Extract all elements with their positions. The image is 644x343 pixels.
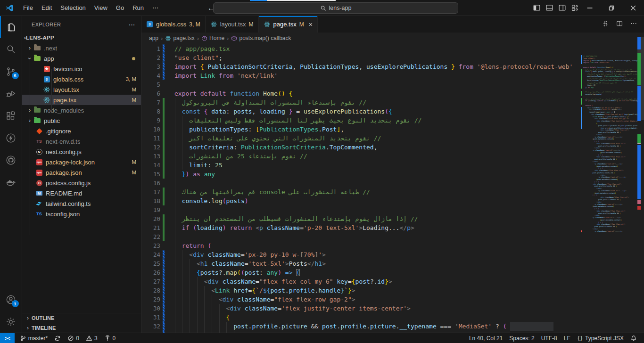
minimap[interactable]: // app/page.tsx"use client";import { Pub… [581,55,637,333]
menu-edit[interactable]: Edit [38,3,56,13]
tree-item-package-json[interactable]: npmpackage.jsonM [22,167,141,178]
menu-go[interactable]: Go [112,3,128,13]
code-line-28[interactable]: 28 <Link href={`/${post.profile.handle}`… [141,286,644,295]
activity-source-control-icon[interactable]: 5 [0,60,22,82]
code-line-21[interactable]: 21 if (loading) return <p className='p-2… [141,223,644,232]
code-line-4[interactable]: 4import Link from 'next/link' [141,71,644,80]
close-tab-icon[interactable]: × [309,21,313,28]
sidebar-section-outline[interactable]: ›OUTLINE [22,313,141,323]
code-line-1[interactable]: 1// app/page.tsx [141,44,644,53]
breadcrumb-item[interactable]: posts.map() callback [231,35,291,41]
minimize-button[interactable] [579,0,601,16]
tree-item-next-env-d-ts[interactable]: TSnext-env.d.ts [22,136,141,147]
code-line-8[interactable]: 8 const { data: posts, loading } = useEx… [141,107,644,116]
menu-selection[interactable]: Selection [57,3,89,13]
menu-file[interactable]: File [19,3,37,13]
code-line-3[interactable]: 3import { PublicationSortCriteria, Publi… [141,62,644,71]
code-line-27[interactable]: 27 <div className="flex flex-col my-6" k… [141,277,644,286]
tree-item--gitignore[interactable]: .gitignore [22,126,141,136]
code-line-29[interactable]: 29 <div className="flex flex-row gap-2"> [141,295,644,304]
editor-more-actions-icon[interactable] [630,20,637,29]
status-utf-8[interactable]: UTF-8 [538,333,561,343]
code-line-20[interactable]: 20 // إذا مازال يقوم بإستدعاء المنشورات … [141,214,644,223]
restore-button[interactable] [601,0,622,16]
activity-docker-icon[interactable] [0,171,22,193]
tree-item-README-md[interactable]: MREADME.md [22,188,141,198]
code-line-30[interactable]: 30 <div className='flex justify-center i… [141,304,644,313]
tree-item-app[interactable]: ›app [22,53,141,64]
code-line-7[interactable]: 7 // نقوم بإستدعاء المنشورات المتداولة ف… [141,98,644,107]
code-line-31[interactable]: 31 { [141,313,644,322]
close-button[interactable] [622,0,644,16]
menu-view[interactable]: View [91,3,111,13]
tree-item-page-tsx[interactable]: page.tsxM [22,95,141,105]
toggle-panel-icon[interactable] [545,4,553,12]
activity-extensions-icon[interactable] [0,105,22,127]
explorer-more-actions-icon[interactable]: ⋯ [129,21,135,28]
activity-run-debug-icon[interactable] [0,82,22,105]
status-sync[interactable] [51,333,64,343]
tab-page-tsx[interactable]: page.tsxM× [259,16,318,33]
tab-layout-tsx[interactable]: layout.tsxM [206,16,259,33]
code-line-16[interactable]: 16 [141,179,644,188]
code-line-12[interactable]: 12 sortCriteria: PublicationSortCriteria… [141,143,644,152]
breadcrumb-item[interactable]: page.tsx [165,35,194,41]
code-line-5[interactable]: 5 [141,80,644,89]
open-changes-icon[interactable] [602,20,609,29]
status-warning[interactable]: 3 [83,333,101,343]
code-line-10[interactable]: 10 publicationTypes: [PublicationTypes.P… [141,125,644,134]
code-line-11[interactable]: 11 // نقوم بتحديد المنشورات التي تحتوي ع… [141,134,644,143]
code-line-25[interactable]: 25 <h1 className='text-5xl'>Posts</h1> [141,259,644,268]
menu-[interactable]: ⋯ [149,3,162,13]
code-line-15[interactable]: 15 }) as any [141,170,644,179]
activity-github-icon[interactable] [0,149,22,171]
code-editor[interactable]: 1// app/page.tsx2"use client";3import { … [141,44,644,333]
tree-item-globals-css[interactable]: 3globals.css3, M [22,74,141,84]
code-line-13[interactable]: 13 // نقوم بإستدعاء 25 من المنشورات [141,152,644,161]
menu-run[interactable]: Run [129,3,148,13]
code-line-26[interactable]: 26 {posts?.map((post: any) => ( [141,268,644,277]
overview-ruler[interactable] [637,33,644,333]
status-spaces-2[interactable]: Spaces: 2 [506,333,537,343]
status-braces[interactable]: {}TypeScript JSX [574,333,627,343]
breadcrumb-item[interactable]: app [149,35,158,41]
status-lf[interactable]: LF [561,333,574,343]
status-tower[interactable]: 0 [101,333,119,343]
code-line-18[interactable]: 18 console.log(posts) [141,196,644,205]
activity-settings-icon[interactable] [0,310,22,333]
code-line-24[interactable]: 24 <div className='px-20 py-10 w-[70%]'> [141,250,644,259]
tree-item-node-modules[interactable]: ›node_modules [22,105,141,115]
activity-explorer-icon[interactable] [0,16,22,38]
status-bell[interactable] [627,333,640,343]
tree-item-tailwind-config-ts[interactable]: tailwind.config.ts [22,198,141,209]
code-line-14[interactable]: 14 limit: 25 [141,161,644,170]
code-line-33[interactable]: 33 <img src={post.profile.picture.origin… [141,331,644,333]
code-line-9[interactable]: 9 // نقوم بتحديد النوع بحيث يظهر لنا الم… [141,116,644,125]
sidebar-section-timeline[interactable]: ›TIMELINE [22,323,141,333]
split-editor-icon[interactable] [616,20,623,29]
toggle-sidebar-icon[interactable] [533,4,541,12]
activity-accounts-icon[interactable]: 1 [0,288,22,310]
tree-item-public[interactable]: ›public [22,115,141,126]
tree-item-layout-tsx[interactable]: layout.tsxM [22,84,141,95]
code-line-6[interactable]: 6export default function Home() { [141,89,644,98]
command-center-search[interactable]: lens-app [213,2,458,14]
code-line-19[interactable]: 19 [141,205,644,214]
status-error[interactable]: 0 [64,333,83,343]
code-line-22[interactable]: 22 [141,232,644,241]
code-line-17[interactable]: 17 // طباعة المنشورات على console قم بمر… [141,188,644,196]
activity-search-icon[interactable] [0,38,22,60]
status-branch[interactable]: master* [17,333,51,343]
code-line-32[interactable]: 32 post.profile.picture && post.profile.… [141,322,644,331]
tree-item-postcss-config-js[interactable]: postcss.config.js [22,178,141,188]
status-ln-40-col-21[interactable]: Ln 40, Col 21 [466,333,506,343]
remote-indicator[interactable]: >< [0,333,15,343]
tree-item-favicon-ico[interactable]: ★favicon.ico [22,64,141,74]
tree-item-package-lock-json[interactable]: npmpackage-lock.jsonM [22,157,141,167]
activity-thunder-client-icon[interactable] [0,127,22,149]
tree-item-next-config-js[interactable]: Nnext.config.js [22,147,141,157]
tree-item--next[interactable]: ›.next [22,43,141,53]
code-line-2[interactable]: 2"use client"; [141,53,644,62]
toggle-secondary-sidebar-icon[interactable] [558,4,566,12]
breadcrumb-item[interactable]: Home [201,35,224,41]
